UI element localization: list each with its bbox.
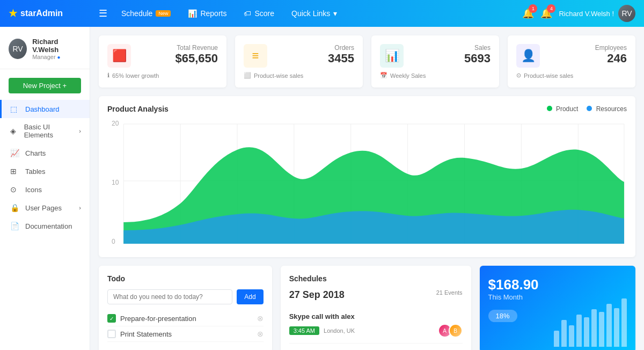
revenue-footer: ℹ 65% lower growth <box>107 72 218 79</box>
schedule-label: Schedule <box>121 9 152 18</box>
svg-text:1: 1 <box>179 246 182 246</box>
role-dot-icon: ● <box>57 54 61 60</box>
legend-resources: Resources <box>587 105 627 113</box>
score-icon: 🏷 <box>244 9 251 18</box>
orders-footer: ⬜ Product-wise sales <box>244 72 354 79</box>
revenue-percent-badge: 18% <box>488 310 517 322</box>
revenue-amount: $168.90 <box>488 276 627 293</box>
revenue-label: Total Revenue <box>175 44 218 52</box>
stat-card-orders: ≡ Orders 3455 ⬜ Product-wise sales <box>235 35 363 88</box>
nav-item-reports[interactable]: 📊 Reports <box>180 6 234 21</box>
rev-bar-9 <box>614 308 619 347</box>
orders-label: Orders <box>328 44 354 52</box>
revenue-value: $65,650 <box>175 52 218 65</box>
employees-label: Employees <box>595 44 627 52</box>
bottom-section: Todo Add ✓ Prepare-for-presentation ⊗ Pr… <box>99 266 635 350</box>
sales-icon: 📊 <box>385 49 399 63</box>
svg-text:8: 8 <box>576 246 580 246</box>
charts-icon: 📈 <box>10 149 20 157</box>
schedule-item-meta-0: 3:45 AM London, UK A B <box>289 324 463 338</box>
todo-item-1: Print Statements ⊗ <box>107 326 264 342</box>
todo-checkbox-0[interactable]: ✓ <box>107 314 116 323</box>
quicklinks-chevron: ▾ <box>333 9 337 18</box>
score-label: Score <box>254 9 274 18</box>
product-legend-dot <box>547 106 552 111</box>
stat-card-sales: 📊 Sales 5693 📅 Weekly Sales <box>371 35 499 88</box>
todo-add-button[interactable]: Add <box>237 289 263 304</box>
todo-item-0: ✓ Prepare-for-presentation ⊗ <box>107 311 264 326</box>
sales-footer: 📅 Weekly Sales <box>380 72 491 79</box>
logo-star-icon: ★ <box>9 8 17 19</box>
sidebar-profile-info: Richard V.Welsh Manager ● <box>32 38 81 60</box>
icons-icon: ⊙ <box>10 185 20 194</box>
stat-card-revenue: 🟥 Total Revenue $65,650 ℹ 65% lower grow… <box>99 35 226 88</box>
sidebar-role: Manager ● <box>32 54 81 60</box>
new-project-button[interactable]: New Project + <box>9 78 81 93</box>
alerts-button[interactable]: 🔔 4 <box>540 8 552 19</box>
stat-card-employees: 👤 Employees 246 ⊙ Product-wise sales <box>508 35 635 88</box>
legend-product: Product <box>547 105 579 113</box>
hamburger-icon[interactable]: ☰ <box>99 8 107 19</box>
rev-bar-6 <box>591 309 597 347</box>
notifications-button[interactable]: 🔔 1 <box>522 8 534 19</box>
svg-text:0: 0 <box>112 238 115 245</box>
sidebar-item-charts[interactable]: 📈 Charts <box>0 144 90 162</box>
rev-bar-5 <box>584 317 589 347</box>
orders-footer-icon: ⬜ <box>244 72 251 79</box>
todo-checkbox-1[interactable] <box>107 330 116 338</box>
rev-bar-4 <box>576 315 582 347</box>
todo-input[interactable] <box>107 289 232 304</box>
svg-text:7: 7 <box>519 246 523 246</box>
schedule-time-badge-0: 3:45 AM <box>289 326 319 335</box>
employees-icon: 👤 <box>521 49 536 63</box>
todo-card: Todo Add ✓ Prepare-for-presentation ⊗ Pr… <box>99 266 272 350</box>
rev-bar-2 <box>561 320 567 347</box>
sidebar-label-dashboard: Dashboard <box>25 105 60 113</box>
reports-label: Reports <box>200 9 226 18</box>
user-avatar: RV <box>618 5 635 22</box>
tables-icon: ⊞ <box>10 167 20 176</box>
sidebar-label-icons: Icons <box>25 186 42 194</box>
sidebar-username: Richard V.Welsh <box>32 38 81 54</box>
sales-footer-icon: 📅 <box>380 72 387 79</box>
sidebar-item-user-pages[interactable]: 🔒 User Pages › <box>0 199 90 217</box>
sidebar-item-documentation[interactable]: 📄 Documentation <box>0 217 90 235</box>
schedule-location-0: London, UK <box>324 327 355 334</box>
main-nav: Schedule New 📊 Reports 🏷 Score Quick Lin… <box>114 6 522 21</box>
sales-icon-wrap: 📊 <box>380 44 404 68</box>
rev-bar-7 <box>599 312 604 347</box>
main-layout: RV Richard V.Welsh Manager ● New Project… <box>0 27 644 350</box>
product-analysis-card: Product Analysis Product Resources 20 10 <box>99 96 635 257</box>
user-menu[interactable]: Richard V.Welsh ! RV <box>559 5 635 22</box>
sidebar-item-icons[interactable]: ⊙ Icons <box>0 180 90 199</box>
nav-item-score[interactable]: 🏷 Score <box>236 6 282 21</box>
nav-item-schedule[interactable]: Schedule New <box>114 6 178 21</box>
nav-item-quicklinks[interactable]: Quick Links ▾ <box>284 6 345 21</box>
info-icon: ℹ <box>107 72 109 79</box>
quicklinks-label: Quick Links <box>291 9 330 18</box>
todo-title: Todo <box>107 274 264 283</box>
stat-cards-grid: 🟥 Total Revenue $65,650 ℹ 65% lower grow… <box>99 35 635 88</box>
documentation-icon: 📄 <box>10 222 20 230</box>
dashboard-icon: ⬚ <box>10 105 20 113</box>
sidebar-label-charts: Charts <box>25 149 46 157</box>
sidebar-item-tables[interactable]: ⊞ Tables <box>0 162 90 180</box>
employees-value: 246 <box>595 52 627 65</box>
chart-legend: Product Resources <box>547 105 627 113</box>
rev-bar-8 <box>606 304 612 347</box>
chart-title: Product Analysis <box>107 105 169 113</box>
sidebar-item-basic-ui[interactable]: ◈ Basic UI Elements › <box>0 118 90 144</box>
sidebar-item-dashboard[interactable]: ⬚ Dashboard <box>0 100 90 118</box>
orders-icon: ≡ <box>252 49 259 63</box>
sidebar-label-basic-ui: Basic UI Elements <box>24 123 74 139</box>
resources-legend-dot <box>587 106 592 111</box>
todo-delete-1[interactable]: ⊗ <box>257 330 264 338</box>
revenue-card: $168.90 This Month 18% <box>480 266 635 350</box>
sidebar: RV Richard V.Welsh Manager ● New Project… <box>0 27 90 350</box>
sidebar-label-tables: Tables <box>25 167 46 176</box>
rev-bar-3 <box>569 325 574 347</box>
todo-delete-0[interactable]: ⊗ <box>257 314 264 323</box>
reports-icon: 📊 <box>188 9 197 18</box>
topnav-right: 🔔 1 🔔 4 Richard V.Welsh ! RV <box>522 5 635 22</box>
attendee-avatar-1: B <box>449 324 463 338</box>
